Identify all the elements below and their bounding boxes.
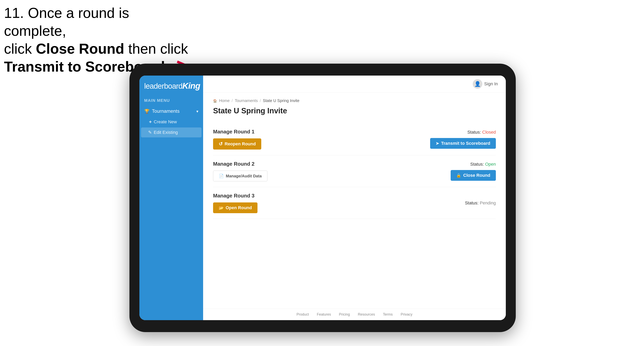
round-1-status-value: Closed: [482, 130, 496, 135]
main-menu-label: MAIN MENU: [140, 97, 203, 106]
instruction-line3: then click: [124, 41, 188, 57]
transmit-label: Transmit to Scoreboard: [441, 141, 490, 146]
breadcrumb-sep1: /: [232, 98, 233, 103]
round-3-title: Manage Round 3: [213, 193, 258, 199]
round-2-status-value: Open: [485, 162, 496, 167]
create-new-label: Create New: [154, 119, 177, 125]
tablet-frame: leaderboardKing MAIN MENU Tournaments: [130, 64, 516, 332]
instruction-line1: 11. Once a round is complete,: [4, 5, 129, 39]
round-3-status: Status: Pending: [465, 200, 496, 206]
footer-product[interactable]: Product: [296, 312, 309, 317]
instruction-bold1: Close Round: [36, 41, 124, 57]
open-round-label: Open Round: [226, 205, 252, 210]
reopen-icon: [219, 141, 223, 147]
logo-leaderboard: leaderboard: [144, 82, 182, 90]
sidebar-item-edit-existing[interactable]: Edit Existing: [141, 128, 202, 137]
round-3-section: Manage Round 3 Open Round Status: Pendin…: [213, 187, 496, 219]
footer-terms[interactable]: Terms: [383, 312, 393, 317]
page-title: State U Spring Invite: [213, 107, 496, 115]
app-header: 👤 Sign In: [203, 76, 506, 92]
round-1-title: Manage Round 1: [213, 129, 261, 135]
reopen-round-label: Reopen Round: [224, 141, 256, 147]
manage-audit-label: Manage/Audit Data: [226, 174, 262, 178]
main-content: 👤 Sign In Home / Tournaments / State U S…: [203, 76, 506, 320]
sidebar-item-tournaments[interactable]: Tournaments: [140, 106, 203, 117]
transmit-to-scoreboard-button[interactable]: Transmit to Scoreboard: [430, 138, 496, 149]
round-1-right: Status: Closed Transmit to Scoreboard: [430, 130, 496, 149]
breadcrumb-home[interactable]: Home: [219, 98, 230, 103]
round-3-left: Manage Round 3 Open Round: [213, 193, 258, 213]
close-round-button[interactable]: Close Round: [451, 170, 496, 181]
round-2-status: Status: Open: [470, 162, 496, 167]
instruction-line2: click: [4, 41, 36, 57]
footer-features[interactable]: Features: [317, 312, 331, 317]
footer-pricing[interactable]: Pricing: [339, 312, 350, 317]
round-1-section: Manage Round 1 Reopen Round Status: Clos…: [213, 123, 496, 155]
round-3-right: Status: Pending: [465, 200, 496, 206]
edit-icon: [148, 130, 152, 135]
reopen-round-button[interactable]: Reopen Round: [213, 138, 261, 150]
close-icon: [456, 173, 461, 178]
round-1-status: Status: Closed: [467, 130, 496, 135]
logo-king: King: [182, 81, 200, 90]
tablet-screen: leaderboardKing MAIN MENU Tournaments: [140, 76, 506, 320]
footer-privacy[interactable]: Privacy: [401, 312, 412, 317]
breadcrumb-tournaments[interactable]: Tournaments: [235, 98, 258, 103]
sidebar-menu: MAIN MENU Tournaments Create New: [140, 95, 203, 140]
app-container: leaderboardKing MAIN MENU Tournaments: [140, 76, 506, 320]
round-2-title: Manage Round 2: [213, 161, 268, 167]
breadcrumb-current: State U Spring Invite: [263, 98, 299, 103]
round-2-right: Status: Open Close Round: [451, 162, 496, 181]
sign-in-label: Sign In: [484, 81, 498, 86]
plus-icon: [149, 119, 152, 125]
round-3-status-value: Pending: [480, 200, 496, 205]
chevron-down-icon: [196, 108, 198, 114]
logo: leaderboardKing: [144, 81, 198, 91]
edit-existing-label: Edit Existing: [154, 130, 178, 135]
sign-in-button[interactable]: 👤 Sign In: [473, 79, 498, 89]
manage-audit-data-button[interactable]: Manage/Audit Data: [213, 171, 268, 181]
open-round-button[interactable]: Open Round: [213, 202, 258, 213]
breadcrumb: Home / Tournaments / State U Spring Invi…: [213, 98, 496, 103]
trophy-icon: [144, 108, 150, 114]
tournaments-nav-label: Tournaments: [152, 108, 180, 114]
round-2-left: Manage Round 2 Manage/Audit Data: [213, 161, 268, 181]
breadcrumb-sep2: /: [260, 98, 261, 103]
doc-icon: [219, 173, 224, 178]
round-1-left: Manage Round 1 Reopen Round: [213, 129, 261, 150]
open-icon: [219, 205, 224, 210]
home-icon: [213, 98, 217, 103]
sidebar-item-create-new[interactable]: Create New: [140, 117, 203, 127]
close-round-label: Close Round: [463, 173, 490, 178]
content-area: Home / Tournaments / State U Spring Invi…: [203, 92, 506, 309]
app-footer: Product Features Pricing Resources Terms…: [203, 309, 506, 320]
user-avatar: 👤: [473, 79, 482, 89]
sidebar: leaderboardKing MAIN MENU Tournaments: [140, 76, 203, 320]
sidebar-logo: leaderboardKing: [140, 76, 203, 95]
round-2-section: Manage Round 2 Manage/Audit Data Status:…: [213, 155, 496, 187]
transmit-icon: [436, 141, 439, 146]
footer-resources[interactable]: Resources: [358, 312, 375, 317]
